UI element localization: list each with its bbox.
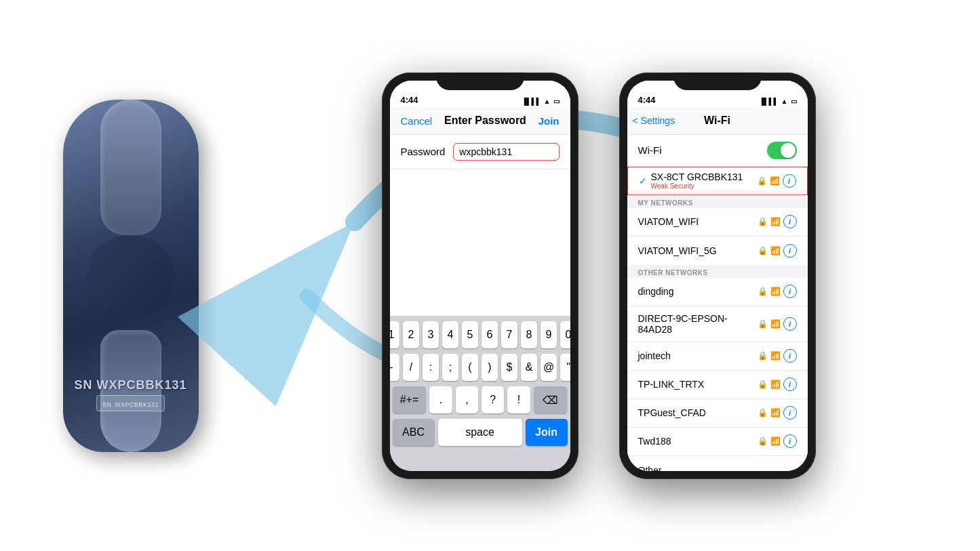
lock-icon-tplink: 🔒 [758,380,768,389]
info-button-connected[interactable]: i [783,174,796,188]
key-1[interactable]: 1 [390,321,400,348]
status-icons-2: ▐▌▌▌ ▲ ▭ [759,98,796,105]
key-rparen[interactable]: ) [482,354,498,381]
lock-icon-jointech: 🔒 [758,351,768,361]
key-7[interactable]: 7 [501,321,517,348]
wifi-item-tpguest[interactable]: TPGuest_CFAD 🔒 📶 i [627,399,808,428]
phone-password-inner: 4:44 ▐▌▌▌ ▲ ▭ Cancel Enter Password Join… [390,81,570,471]
info-button-dingding[interactable]: i [783,285,797,298]
wifi-content: Wi-Fi ✓ SX-8CT GRCBBK131 Weak Security 🔒… [627,135,808,471]
key-2[interactable]: 2 [403,321,419,348]
wifi-name-viatom5g: VIATOM_WIFI_5G [638,245,758,256]
device-middle [87,235,175,317]
wifi-row-label: Wi-Fi [638,144,767,156]
connected-network-item[interactable]: ✓ SX-8CT GRCBBK131 Weak Security 🔒 📶 i [627,167,808,195]
checkmark-icon: ✓ [639,176,647,186]
key-3[interactable]: 3 [423,321,439,348]
join-nav-button[interactable]: Join [538,115,560,127]
info-button-viatom5g[interactable]: i [783,244,797,258]
wifi-icons-tpguest: 🔒 📶 i [758,406,797,420]
info-button-viatom[interactable]: i [783,215,797,228]
key-abc[interactable]: ABC [393,419,435,446]
key-colon[interactable]: : [423,354,439,381]
other-networks-list: dingding 🔒 📶 i DIRECT-9C-EPSON-84AD28 🔒 [627,278,808,471]
key-0[interactable]: 0 [560,321,570,348]
connected-network-info: SX-8CT GRCBBK131 Weak Security [651,171,757,190]
other-networks-header: OTHER NETWORKS [627,265,808,278]
key-question[interactable]: ? [482,386,504,413]
content-area [390,169,570,317]
wifi-icons-epson: 🔒 📶 i [758,317,797,331]
key-slash[interactable]: / [403,354,419,381]
wifi-name-tpguest: TPGuest_CFAD [638,407,758,418]
info-button-tplink[interactable]: i [783,377,797,391]
key-period[interactable]: . [429,386,452,413]
key-join-button[interactable]: Join [526,419,568,446]
key-4[interactable]: 4 [442,321,458,348]
wifi-item-viatom[interactable]: VIATOM_WIFI 🔒 📶 i [627,208,808,237]
connected-network-icons: 🔒 📶 i [757,174,796,188]
wifi-signal-icon-2: ▲ [781,98,788,105]
key-dash[interactable]: - [390,354,400,381]
password-row: Password wxpcbbk131 [390,135,570,169]
wifi-nav-title: Wi-Fi [704,115,730,127]
phone-password: 4:44 ▐▌▌▌ ▲ ▭ Cancel Enter Password Join… [382,73,579,479]
keyboard: 1 2 3 4 5 6 7 8 9 0 - / [390,316,570,471]
wifi-icon-connected: 📶 [770,176,780,186]
key-semicolon[interactable]: ; [442,354,458,381]
wifi-icons-jointech: 🔒 📶 i [758,349,797,363]
signal-icon-1: ▐▌▌▌ [522,98,541,105]
cancel-button[interactable]: Cancel [401,115,433,127]
wifi-signal-viatom: 📶 [770,217,781,226]
device-sn-badge-prefix: SN [102,401,112,408]
key-exclaim[interactable]: ! [507,386,530,413]
wifi-toggle[interactable] [767,142,797,159]
wifi-item-tplink[interactable]: TP-LINK_TRTX 🔒 📶 i [627,371,808,399]
wifi-name-twd: Twd188 [638,436,758,447]
wifi-nav: < Settings Wi-Fi [627,108,808,135]
key-comma[interactable]: , [456,386,478,413]
key-6[interactable]: 6 [482,321,498,348]
key-9[interactable]: 9 [541,321,557,348]
status-icons-1: ▐▌▌▌ ▲ ▭ [522,98,559,105]
key-hash-equals[interactable]: #+= [393,386,427,413]
wifi-item-dingding[interactable]: dingding 🔒 📶 i [627,278,808,306]
key-5[interactable]: 5 [462,321,478,348]
lock-icon-epson: 🔒 [758,319,768,329]
wifi-name-tplink: TP-LINK_TRTX [638,379,758,390]
lock-icon-viatom5g: 🔒 [758,246,768,256]
wifi-item-viatom5g[interactable]: VIATOM_WIFI_5G 🔒 📶 i [627,237,808,265]
key-ampersand[interactable]: & [521,354,537,381]
key-lparen[interactable]: ( [462,354,478,381]
key-at[interactable]: @ [541,354,557,381]
wifi-icons-tplink: 🔒 📶 i [758,377,797,391]
wifi-item-epson[interactable]: DIRECT-9C-EPSON-84AD28 🔒 📶 i [627,306,808,342]
wifi-signal-dingding: 📶 [770,287,781,296]
key-space[interactable]: space [438,419,522,446]
info-button-tpguest[interactable]: i [783,406,797,420]
connected-network-name: SX-8CT GRCBBK131 [651,171,757,182]
info-button-epson[interactable]: i [783,317,797,331]
password-input[interactable]: wxpcbbk131 [453,143,559,161]
lock-icon-dingding: 🔒 [758,287,768,296]
wifi-back-button[interactable]: < Settings [633,115,675,126]
signal-icon-2: ▐▌▌▌ [759,98,778,105]
key-8[interactable]: 8 [521,321,537,348]
key-delete[interactable]: ⌫ [534,386,568,413]
wifi-name-dingding: dingding [638,286,758,297]
wifi-icons-dingding: 🔒 📶 i [758,285,797,298]
wifi-item-twd[interactable]: Twd188 🔒 📶 i [627,428,808,456]
info-button-twd[interactable]: i [783,434,797,448]
device-body: SN WXPCBBK131 SN WXPCBBK131 [63,100,199,452]
status-time-1: 4:44 [401,95,418,105]
wifi-item-other[interactable]: Other... [627,456,808,471]
device-sn-label: SN WXPCBBK131 [74,378,187,392]
key-dollar[interactable]: $ [501,354,517,381]
wifi-item-jointech[interactable]: jointech 🔒 📶 i [627,342,808,371]
wifi-signal-viatom5g: 📶 [770,246,781,256]
info-button-jointech[interactable]: i [783,349,797,363]
phone-notch-2 [673,73,762,90]
phone-wifi-inner: 4:44 ▐▌▌▌ ▲ ▭ < Settings Wi-Fi [627,81,808,471]
key-quote[interactable]: " [560,354,570,381]
my-networks-list: VIATOM_WIFI 🔒 📶 i VIATOM_WIFI_5G 🔒 [627,208,808,265]
